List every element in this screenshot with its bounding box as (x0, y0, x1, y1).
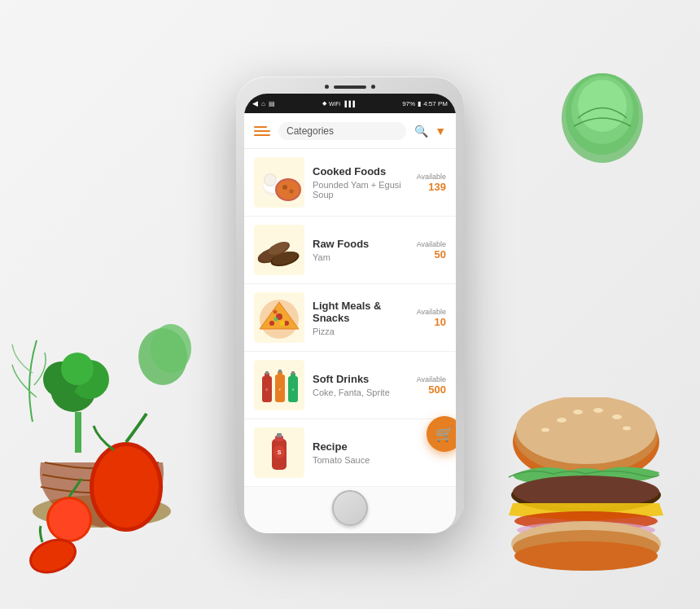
cooked-foods-info: Cooked Foods Pounded Yam + Egusi Soup (313, 165, 409, 199)
svg-point-68 (514, 511, 658, 531)
header-icons: 🔍 ▼ (414, 125, 446, 138)
svg-text:S: S (292, 388, 295, 392)
svg-point-61 (573, 410, 583, 414)
svg-point-12 (138, 328, 187, 385)
light-meals-avail-label: Available (417, 308, 446, 316)
soft-drinks-name: Soft Drinks (313, 373, 409, 385)
svg-text:C: C (266, 388, 269, 392)
cooked-foods-count: 139 (428, 181, 446, 193)
cooked-foods-image (254, 157, 304, 208)
svg-point-6 (90, 442, 163, 532)
phone-screen: ◀ ⌂ ▤ ◆ WiFi ▐▐▐ 97% ▮ 4:57 PM (244, 94, 456, 533)
svg-point-20 (290, 190, 294, 194)
svg-point-66 (511, 477, 661, 513)
svg-point-7 (94, 446, 159, 528)
back-icon: ◀ (252, 99, 258, 107)
svg-point-18 (277, 180, 300, 199)
recipe-name: Recipe (313, 440, 438, 453)
phone-outer: ◀ ⌂ ▤ ◆ WiFi ▐▐▐ 97% ▮ 4:57 PM (236, 77, 464, 532)
light-meals-name: Light Meals & Snacks (313, 300, 409, 324)
light-meals-info: Light Meals & Snacks Pizza (313, 300, 409, 336)
category-item-raw-foods[interactable]: Raw Foods Yam Available 50 (244, 217, 456, 284)
svg-point-65 (623, 427, 631, 431)
category-item-soft-drinks[interactable]: C F S (244, 352, 456, 419)
svg-point-57 (513, 401, 659, 483)
svg-point-74 (566, 73, 639, 155)
recipe-subtitle: Tomato Sauce (313, 455, 438, 465)
svg-point-63 (612, 414, 622, 419)
svg-point-2 (70, 360, 109, 399)
svg-point-37 (274, 318, 278, 322)
raw-foods-avail-label: Available (417, 240, 446, 248)
decorative-cabbage (553, 65, 651, 163)
cooked-foods-subtitle: Pounded Yam + Egusi Soup (313, 180, 409, 199)
svg-point-19 (282, 185, 287, 190)
status-center: ◆ WiFi ▐▐▐ (322, 100, 355, 107)
svg-point-76 (578, 80, 627, 132)
hamburger-line-3 (254, 134, 270, 136)
svg-point-59 (516, 397, 656, 464)
decorative-burger (497, 397, 676, 576)
svg-point-10 (24, 532, 81, 580)
svg-point-0 (33, 495, 171, 528)
soft-drinks-availability: Available 500 (417, 375, 446, 396)
light-meals-count: 10 (435, 316, 446, 328)
svg-point-60 (557, 418, 567, 423)
svg-point-9 (49, 499, 90, 540)
svg-point-11 (28, 536, 78, 576)
category-item-light-meals[interactable]: Light Meals & Snacks Pizza Available 10 (244, 284, 456, 352)
svg-point-62 (593, 408, 603, 413)
clock: 4:57 PM (423, 100, 448, 107)
notification-icon: ▤ (269, 100, 275, 107)
svg-point-35 (273, 310, 278, 314)
search-placeholder: Categories (287, 125, 334, 137)
filter-icon[interactable]: ▼ (435, 125, 446, 138)
diamond-icon: ◆ (322, 100, 326, 107)
signal-bars: ▐▐▐ (343, 101, 355, 107)
soft-drinks-count: 500 (428, 383, 446, 396)
svg-point-13 (151, 324, 191, 373)
svg-point-58 (514, 399, 658, 474)
svg-rect-49 (291, 371, 295, 375)
category-item-recipe[interactable]: S Recipe Tomato Sauce Available 25 (244, 419, 456, 487)
raw-foods-availability: Available 50 (417, 240, 446, 261)
soft-drinks-info: Soft Drinks Coke, Fanta, Sprite (313, 373, 409, 397)
svg-point-75 (571, 76, 633, 144)
svg-point-71 (513, 530, 659, 566)
category-list: Cooked Foods Pounded Yam + Egusi Soup Av… (244, 149, 456, 533)
cart-fab-button[interactable]: 🛒 (427, 416, 456, 452)
raw-foods-info: Raw Foods Yam (313, 238, 409, 262)
hamburger-line-1 (254, 126, 267, 128)
search-icon[interactable]: 🔍 (414, 125, 428, 138)
light-meals-image (254, 292, 304, 343)
speaker-grill (334, 85, 366, 89)
app-header: Categories 🔍 ▼ (244, 113, 456, 149)
status-bar: ◀ ⌂ ▤ ◆ WiFi ▐▐▐ 97% ▮ 4:57 PM (244, 94, 456, 113)
light-meals-subtitle: Pizza (313, 326, 409, 336)
hamburger-menu-button[interactable] (254, 126, 270, 136)
hamburger-line-2 (254, 130, 270, 132)
svg-rect-45 (278, 370, 282, 373)
camera-sensor (325, 85, 329, 89)
cooked-foods-availability: Available 139 (417, 173, 446, 193)
home-button[interactable] (332, 490, 368, 526)
svg-point-36 (280, 321, 285, 326)
decorative-vegetables (8, 234, 195, 585)
svg-text:S: S (278, 449, 282, 455)
svg-point-67 (513, 475, 659, 508)
svg-point-33 (269, 321, 274, 326)
svg-point-22 (265, 174, 276, 186)
soft-drinks-avail-label: Available (417, 375, 446, 383)
raw-foods-count: 50 (435, 248, 446, 261)
search-bar[interactable]: Categories (278, 122, 406, 140)
status-right: 97% ▮ 4:57 PM (402, 100, 448, 107)
svg-point-73 (562, 73, 643, 163)
soft-drinks-image: C F S (254, 360, 304, 410)
svg-rect-54 (277, 433, 282, 437)
scene: ◀ ⌂ ▤ ◆ WiFi ▐▐▐ 97% ▮ 4:57 PM (0, 0, 700, 609)
phone-wrapper: ◀ ⌂ ▤ ◆ WiFi ▐▐▐ 97% ▮ 4:57 PM (236, 77, 464, 532)
recipe-image: S (254, 427, 304, 478)
svg-point-64 (541, 428, 549, 432)
category-item-cooked-foods[interactable]: Cooked Foods Pounded Yam + Egusi Soup Av… (244, 149, 456, 217)
svg-point-4 (61, 353, 94, 385)
